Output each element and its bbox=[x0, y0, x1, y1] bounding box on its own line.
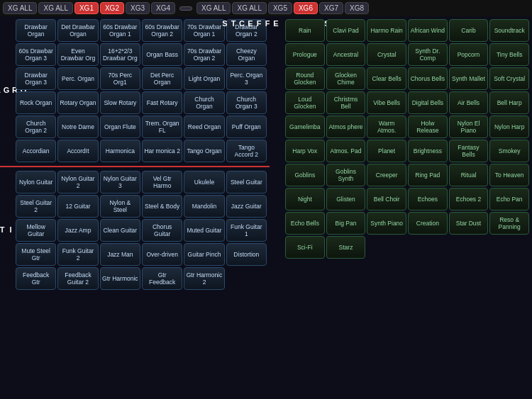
organ-btn-30[interactable]: Accordian bbox=[16, 140, 56, 162]
guitar-btn-2[interactable]: Nylon Guitar 3 bbox=[100, 171, 140, 193]
tab-xg5[interactable]: XG5 bbox=[268, 2, 292, 14]
organ-btn-11[interactable]: Cheezy Organ bbox=[226, 43, 267, 66]
synth-btn-17[interactable]: Soft Crystal bbox=[489, 67, 529, 90]
guitar-btn-1[interactable]: Nylon Guitar 2 bbox=[57, 171, 98, 193]
synth-btn-49[interactable]: Big Pan bbox=[326, 212, 366, 235]
synth-btn-8[interactable]: Crystal bbox=[367, 43, 406, 66]
organ-btn-4[interactable]: 70s Drawbar Organ 1 bbox=[184, 19, 224, 42]
organ-btn-14[interactable]: 70s Perc Org1 bbox=[100, 67, 140, 90]
tab-xgall1[interactable]: XG ALL bbox=[3, 2, 37, 14]
organ-btn-33[interactable]: Har monica 2 bbox=[142, 140, 182, 162]
organ-btn-7[interactable]: Even Drawbar Org bbox=[57, 43, 98, 66]
synth-btn-2[interactable]: Harmo Rain bbox=[367, 19, 406, 42]
organ-btn-24[interactable]: Church Organ 2 bbox=[16, 116, 56, 138]
synth-btn-19[interactable]: Christms Bell bbox=[326, 91, 366, 114]
organ-btn-22[interactable]: Church Organ bbox=[184, 91, 224, 114]
synth-btn-32[interactable]: Planet bbox=[367, 140, 406, 162]
tab-xgall4[interactable]: XG ALL bbox=[232, 2, 266, 14]
synth-btn-25[interactable]: Atmos phere bbox=[326, 116, 366, 138]
guitar-btn-17[interactable]: Funk Guitar 1 bbox=[226, 219, 267, 242]
guitar-btn-8[interactable]: Nylon & Steel bbox=[100, 195, 140, 218]
guitar-btn-16[interactable]: Muted Guitar bbox=[184, 219, 224, 242]
synth-btn-43[interactable]: Glisten bbox=[326, 188, 366, 210]
organ-btn-20[interactable]: Slow Rotary bbox=[100, 91, 140, 114]
synth-btn-48[interactable]: Echo Bells bbox=[285, 212, 325, 235]
synth-btn-30[interactable]: Harp Vox bbox=[285, 140, 325, 162]
guitar-btn-12[interactable]: Mellow Guitar bbox=[16, 219, 56, 242]
synth-btn-21[interactable]: Digital Bells bbox=[408, 91, 448, 114]
synth-btn-7[interactable]: Ancestral bbox=[326, 43, 366, 66]
synth-btn-29[interactable]: Nylon Harp bbox=[489, 116, 529, 138]
synth-btn-14[interactable]: Clear Bells bbox=[367, 67, 406, 90]
synth-btn-42[interactable]: Night bbox=[285, 188, 325, 210]
guitar-btn-7[interactable]: 12 Guitar bbox=[57, 195, 98, 218]
organ-btn-13[interactable]: Perc. Organ bbox=[57, 67, 98, 90]
synth-btn-35[interactable]: Smokey bbox=[489, 140, 529, 162]
guitar-btn-26[interactable]: Gtr Harmonic bbox=[100, 267, 140, 290]
tab-xg6[interactable]: XG6 bbox=[294, 2, 318, 14]
synth-btn-44[interactable]: Bell Choir bbox=[367, 188, 406, 210]
synth-btn-13[interactable]: Glocken Chime bbox=[326, 67, 366, 90]
synth-btn-33[interactable]: Brightness bbox=[408, 140, 448, 162]
tab-xg4[interactable]: XG4 bbox=[151, 2, 175, 14]
organ-btn-10[interactable]: 70s Drawbar Organ 2 bbox=[184, 43, 224, 66]
tab-xg3[interactable]: XG3 bbox=[126, 2, 150, 14]
organ-btn-15[interactable]: Det Perc Organ bbox=[142, 67, 182, 90]
organ-btn-31[interactable]: AccordIt bbox=[57, 140, 98, 162]
synth-btn-9[interactable]: Synth Dr. Comp bbox=[408, 43, 448, 66]
guitar-btn-18[interactable]: Mute Steel Gtr bbox=[16, 243, 56, 266]
organ-btn-29[interactable]: Puff Organ bbox=[226, 116, 267, 138]
synth-btn-16[interactable]: Synth Mallet bbox=[449, 67, 489, 90]
synth-btn-47[interactable]: Echo Pan bbox=[489, 188, 529, 210]
organ-btn-9[interactable]: Organ Bass bbox=[142, 43, 182, 66]
tab-xg8[interactable]: XG8 bbox=[345, 2, 369, 14]
synth-btn-36[interactable]: Goblins bbox=[285, 164, 325, 186]
guitar-btn-4[interactable]: Ukulele bbox=[184, 171, 224, 193]
organ-btn-32[interactable]: Harmonica bbox=[100, 140, 140, 162]
synth-btn-27[interactable]: Holw Release bbox=[408, 116, 448, 138]
organ-btn-21[interactable]: Fast Rotary bbox=[142, 91, 182, 114]
synth-btn-31[interactable]: Atmos. Pad bbox=[326, 140, 366, 162]
organ-btn-16[interactable]: Light Organ bbox=[184, 67, 224, 90]
organ-btn-34[interactable]: Tango Organ bbox=[184, 140, 224, 162]
synth-btn-46[interactable]: Echoes 2 bbox=[449, 188, 489, 210]
organ-btn-25[interactable]: Notre Dame bbox=[57, 116, 98, 138]
synth-btn-22[interactable]: Air Bells bbox=[449, 91, 489, 114]
synth-btn-10[interactable]: Popcorn bbox=[449, 43, 489, 66]
synth-btn-20[interactable]: Vibe Bells bbox=[367, 91, 406, 114]
synth-btn-55[interactable]: Starz bbox=[326, 236, 366, 259]
synth-btn-54[interactable]: Sci-Fi bbox=[285, 236, 325, 259]
synth-btn-53[interactable]: Reso & Panning bbox=[489, 212, 529, 235]
synth-btn-1[interactable]: Clavi Pad bbox=[326, 19, 366, 42]
synth-btn-50[interactable]: Synth Piano bbox=[367, 212, 406, 235]
synth-btn-45[interactable]: Echoes bbox=[408, 188, 448, 210]
organ-btn-6[interactable]: 60s Drawbar Organ 3 bbox=[16, 43, 56, 66]
organ-btn-35[interactable]: Tango Accord 2 bbox=[226, 140, 267, 162]
organ-btn-2[interactable]: 60s Drawbar Organ 1 bbox=[100, 19, 140, 42]
organ-btn-18[interactable]: Rock Organ bbox=[16, 91, 56, 114]
tab-xgall3[interactable]: XG ALL bbox=[196, 2, 231, 14]
synth-btn-38[interactable]: Creeper bbox=[367, 164, 406, 186]
organ-btn-8[interactable]: 16+2*2/3 Drawbar Org bbox=[100, 43, 140, 66]
synth-btn-11[interactable]: Tiny Bells bbox=[489, 43, 529, 66]
synth-btn-52[interactable]: Star Dust bbox=[449, 212, 489, 235]
synth-btn-26[interactable]: Warm Atmos. bbox=[367, 116, 406, 138]
guitar-btn-21[interactable]: Over-driven bbox=[142, 243, 182, 266]
guitar-btn-15[interactable]: Chorus Guitar bbox=[142, 219, 182, 242]
synth-btn-28[interactable]: Nylon El Piano bbox=[449, 116, 489, 138]
organ-btn-1[interactable]: Det Drawbar Organ bbox=[57, 19, 98, 42]
synth-btn-15[interactable]: Chorus Bells bbox=[408, 67, 448, 90]
synth-btn-39[interactable]: Ring Pad bbox=[408, 164, 448, 186]
guitar-btn-22[interactable]: Guitar Pinch bbox=[184, 243, 224, 266]
synth-btn-37[interactable]: Goblins Synth bbox=[326, 164, 366, 186]
guitar-btn-5[interactable]: Steel Guitar bbox=[226, 171, 267, 193]
guitar-btn-19[interactable]: Funk Guitar 2 bbox=[57, 243, 98, 266]
more-button[interactable] bbox=[179, 6, 192, 11]
organ-btn-0[interactable]: Drawbar Organ bbox=[16, 19, 56, 42]
synth-btn-51[interactable]: Creation bbox=[408, 212, 448, 235]
organ-btn-3[interactable]: 60s Drawbar Organ 2 bbox=[142, 19, 182, 42]
tab-xgall2[interactable]: XG ALL bbox=[38, 2, 72, 14]
organ-btn-17[interactable]: Perc. Organ 3 bbox=[226, 67, 267, 90]
guitar-btn-25[interactable]: Feedback Guitar 2 bbox=[57, 267, 98, 290]
organ-btn-23[interactable]: Church Organ 3 bbox=[226, 91, 267, 114]
